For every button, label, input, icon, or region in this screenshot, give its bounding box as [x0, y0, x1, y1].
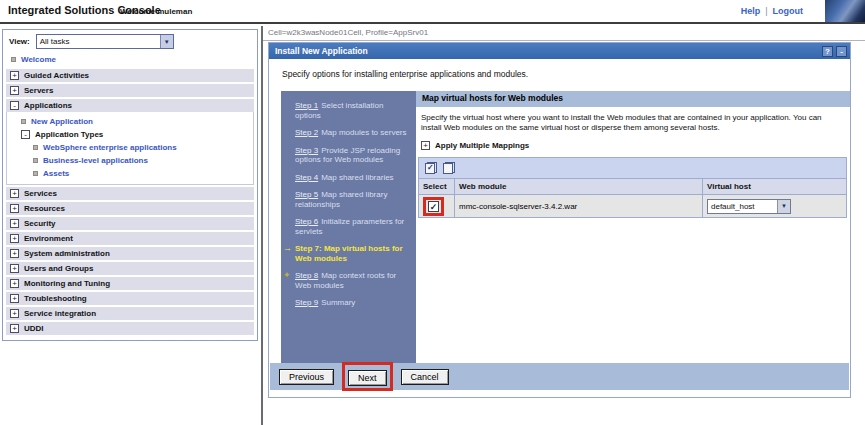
- wizard-step-3: Step 3Provide JSP reloading options for …: [295, 146, 410, 165]
- step-4-link[interactable]: Step 4: [295, 173, 318, 182]
- view-select-value: All tasks: [37, 37, 160, 46]
- wizard-step-5: Step 5Map shared library relationships: [295, 190, 410, 209]
- panel-intro-text: Specify options for installing enterpris…: [282, 69, 838, 79]
- expand-icon[interactable]: +: [10, 219, 19, 228]
- sidebar-section-resources[interactable]: + Resources: [6, 202, 254, 215]
- main-content-area: Cell=w2k3wasNode01Cell, Profile=AppSrv01…: [263, 26, 865, 425]
- sidebar-section-uddi[interactable]: + UDDI: [6, 322, 254, 335]
- sidebar-section-applications[interactable]: - Applications: [6, 99, 254, 112]
- section-title: Map virtual hosts for Web modules: [416, 91, 850, 107]
- apply-multiple-mappings-toggle[interactable]: + Apply Multiple Mappings: [421, 141, 850, 150]
- section-description: Specify the virtual host where you want …: [421, 113, 842, 133]
- sidebar-item-business-level-applications[interactable]: Business-level applications: [7, 154, 253, 167]
- table-header-row: Select Web module Virtual host: [419, 179, 846, 195]
- select-all-icon[interactable]: ✓: [424, 162, 437, 175]
- collapse-icon[interactable]: -: [10, 101, 19, 110]
- expand-icon[interactable]: +: [10, 309, 19, 318]
- step-1-link[interactable]: Step 1: [295, 101, 318, 110]
- expand-icon[interactable]: +: [10, 294, 19, 303]
- step-8-link[interactable]: Step 8: [295, 271, 318, 280]
- panel-title: Install New Application: [275, 46, 819, 56]
- expand-icon[interactable]: +: [10, 249, 19, 258]
- dropdown-arrow-icon[interactable]: ▼: [160, 35, 173, 48]
- bullet-icon: [11, 57, 16, 62]
- header-select: Select: [419, 179, 455, 194]
- sidebar-section-services[interactable]: + Services: [6, 187, 254, 200]
- table-toolbar: ✓: [419, 158, 846, 179]
- expand-icon[interactable]: +: [10, 279, 19, 288]
- bullet-icon: [33, 171, 38, 176]
- sidebar-section-users-and-groups[interactable]: + Users and Groups: [6, 262, 254, 275]
- wizard-step-9: Step 9Summary: [295, 298, 410, 308]
- expand-icon[interactable]: +: [10, 324, 19, 333]
- sidebar-item-application-types[interactable]: - Application Types: [7, 128, 253, 141]
- virtual-host-select[interactable]: default_host ▼: [707, 199, 791, 214]
- wizard-step-1: Step 1Select installation options: [295, 101, 410, 120]
- sidebar-item-assets[interactable]: Assets: [7, 167, 253, 180]
- sidebar-section-service-integration[interactable]: + Service integration: [6, 307, 254, 320]
- expand-icon[interactable]: +: [10, 204, 19, 213]
- sidebar-section-servers[interactable]: + Servers: [6, 84, 254, 97]
- sidebar-section-troubleshooting[interactable]: + Troubleshooting: [6, 292, 254, 305]
- sidebar-section-guided-activities[interactable]: + Guided Activities: [6, 69, 254, 82]
- wizard-step-4: Step 4Map shared libraries: [295, 173, 410, 183]
- expand-icon[interactable]: +: [10, 234, 19, 243]
- logout-link[interactable]: Logout: [773, 6, 804, 16]
- header-links: Help|Logout: [741, 6, 803, 16]
- step-9-link[interactable]: Step 9: [295, 298, 318, 307]
- step-6-link[interactable]: Step 6: [295, 217, 318, 226]
- sidebar-section-security[interactable]: + Security: [6, 217, 254, 230]
- sidebar-item-welcome[interactable]: Welcome: [3, 52, 257, 67]
- sidebar-section-system-administration[interactable]: + System administration: [6, 247, 254, 260]
- view-select[interactable]: All tasks ▼: [36, 34, 174, 49]
- select-cell: ✓: [419, 195, 455, 217]
- deselect-all-icon[interactable]: [442, 162, 455, 175]
- expand-icon[interactable]: +: [10, 189, 19, 198]
- sidebar-section-environment[interactable]: + Environment: [6, 232, 254, 245]
- help-link[interactable]: Help: [741, 6, 761, 16]
- virtual-host-value: default_host: [708, 202, 777, 211]
- step-5-link[interactable]: Step 5: [295, 190, 318, 199]
- virtual-host-cell: default_host ▼: [703, 195, 846, 217]
- collapse-icon[interactable]: -: [21, 130, 30, 139]
- expand-icon[interactable]: +: [10, 264, 19, 273]
- bullet-icon: [21, 119, 26, 124]
- welcome-user-text: Welcome muleman: [120, 7, 192, 16]
- previous-button[interactable]: Previous: [279, 369, 334, 385]
- dropdown-arrow-icon[interactable]: ▼: [777, 200, 790, 213]
- panel-help-icon[interactable]: ?: [822, 46, 833, 57]
- wizard-content: Map virtual hosts for Web modules Specif…: [416, 91, 850, 365]
- sidebar-item-websphere-enterprise-applications[interactable]: WebSphere enterprise applications: [7, 141, 253, 154]
- next-button[interactable]: Next: [348, 370, 387, 386]
- expand-icon[interactable]: +: [10, 71, 19, 80]
- wizard-area: Step 1Select installation options Step 2…: [281, 91, 850, 365]
- top-header: Integrated Solutions Console Welcome mul…: [0, 0, 865, 24]
- sidebar-item-new-application[interactable]: New Application: [7, 115, 253, 128]
- cancel-button[interactable]: Cancel: [401, 369, 449, 385]
- step-2-link[interactable]: Step 2: [295, 128, 318, 137]
- wizard-step-7-current: → Step 7: Map virtual hosts for Web modu…: [295, 244, 410, 263]
- panel-titlebar: Install New Application ? -: [269, 43, 850, 59]
- wizard-step-6: Step 6Initialize parameters for servlets: [295, 217, 410, 236]
- annotation-checkbox-highlight: ✓: [423, 197, 444, 216]
- annotation-next-highlight: Next: [342, 362, 393, 391]
- wizard-button-bar: Previous Next Cancel: [270, 363, 849, 390]
- header-virtual-host: Virtual host: [703, 179, 846, 194]
- panel-minimize-icon[interactable]: -: [836, 46, 847, 57]
- wizard-step-8: ✦ Step 8Map context roots for Web module…: [295, 271, 410, 290]
- cell-context-breadcrumb: Cell=w2k3wasNode01Cell, Profile=AppSrv01: [263, 26, 865, 41]
- table-row: ✓ mmc-console-sqlserver-3.4.2.war defaul…: [419, 195, 846, 217]
- expand-icon[interactable]: +: [10, 86, 19, 95]
- link-separator: |: [765, 6, 767, 16]
- expand-icon[interactable]: +: [421, 141, 430, 150]
- welcome-link: Welcome: [21, 55, 56, 64]
- sidebar-section-monitoring-and-tuning[interactable]: + Monitoring and Tuning: [6, 277, 254, 290]
- corner-logo-image: [825, 0, 865, 22]
- web-modules-table: ✓ Select Web module Virtual host: [418, 157, 847, 218]
- header-web-module: Web module: [455, 179, 703, 194]
- row-select-checkbox[interactable]: ✓: [428, 201, 439, 212]
- install-new-application-panel: Install New Application ? - Specify opti…: [268, 42, 851, 398]
- web-module-cell: mmc-console-sqlserver-3.4.2.war: [455, 195, 703, 217]
- view-label: View:: [9, 37, 30, 46]
- step-3-link[interactable]: Step 3: [295, 146, 318, 155]
